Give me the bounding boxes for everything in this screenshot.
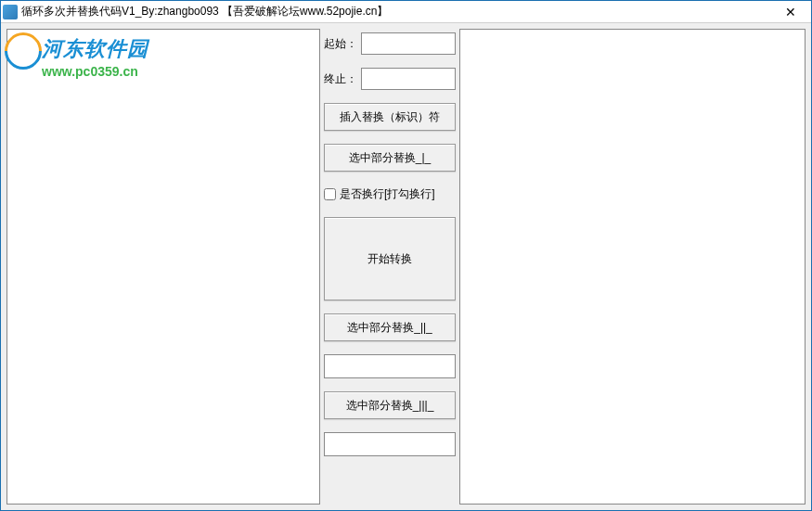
left-source-textarea[interactable] [6,29,320,505]
replace-selected-2-button[interactable]: 选中部分替换_||_ [324,313,456,341]
window-title: 循环多次并替换代码V1_By:zhangbo093 【吾爱破解论坛www.52p… [21,4,772,19]
replace-selected-1-button[interactable]: 选中部分替换_|_ [324,144,456,172]
replace-3-input[interactable] [324,432,456,456]
end-input[interactable] [361,68,456,90]
replace-selected-3-button[interactable]: 选中部分替换_|||_ [324,391,456,419]
close-button[interactable]: ✕ [772,2,809,22]
start-row: 起始： [324,32,456,55]
middle-control-panel: 起始： 终止： 插入替换（标识）符 选中部分替换_|_ 是否换行[打勾换行] 开… [324,29,456,505]
client-area: 河东软件园 www.pc0359.cn 起始： 终止： 插入替换（标识）符 选中… [1,23,811,510]
start-convert-button[interactable]: 开始转换 [324,217,456,300]
insert-marker-button[interactable]: 插入替换（标识）符 [324,103,456,131]
start-input[interactable] [361,32,456,55]
app-icon [3,5,18,19]
right-output-textarea[interactable] [459,29,806,505]
end-row: 终止： [324,68,456,90]
main-window: 循环多次并替换代码V1_By:zhangbo093 【吾爱破解论坛www.52p… [0,0,812,511]
titlebar: 循环多次并替换代码V1_By:zhangbo093 【吾爱破解论坛www.52p… [1,1,811,23]
linebreak-label[interactable]: 是否换行[打勾换行] [340,186,435,202]
start-label: 起始： [324,36,357,52]
linebreak-checkbox[interactable] [324,188,336,200]
replace-2-input[interactable] [324,354,456,378]
linebreak-row: 是否换行[打勾换行] [324,185,456,204]
end-label: 终止： [324,71,357,87]
